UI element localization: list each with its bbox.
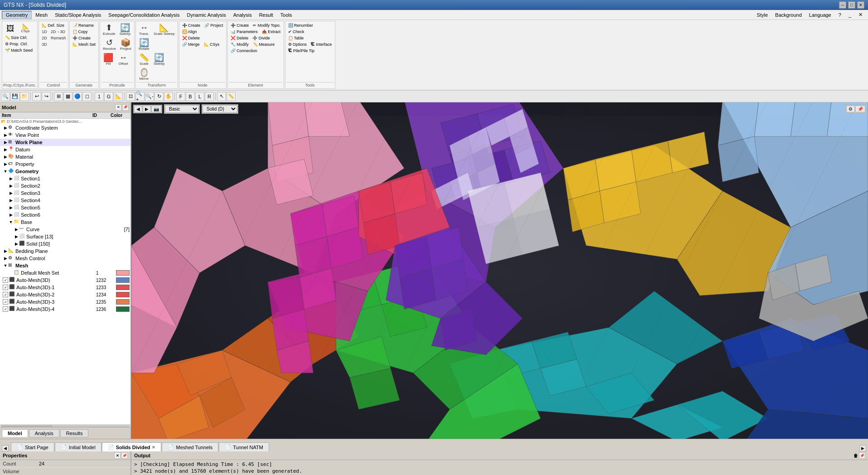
fill-button[interactable]: 🟥 Fill <box>101 52 116 67</box>
toolbar2-btn-12[interactable]: 📐 <box>114 92 123 101</box>
expand-section2[interactable]: ▶ <box>8 184 14 188</box>
toolbar2-btn-8[interactable]: 🔵 <box>73 92 82 101</box>
offset-button[interactable]: ↔ Offset <box>116 52 130 67</box>
tab-initial-model[interactable]: 📄 Initial Model <box>55 442 101 451</box>
tab-scroll-right[interactable]: ▶ <box>859 445 866 451</box>
toolbar2-zoom-out[interactable]: 🔍- <box>145 92 154 101</box>
2d-button[interactable]: 2D <box>40 35 49 41</box>
tree-section4[interactable]: ▶ ⬜ Section4 <box>0 197 130 204</box>
sweep-button[interactable]: 🔄 Sweep <box>118 22 132 37</box>
toolbar2-zoom-fit[interactable]: ⊡ <box>126 92 135 101</box>
menu-geometry[interactable]: Geometry <box>2 11 32 19</box>
props-close-button[interactable]: ✕ <box>114 452 121 459</box>
expand-base[interactable]: ▼ <box>8 220 14 224</box>
extrude-button[interactable]: ⬆ Extrude <box>101 22 117 37</box>
vp-camera-button[interactable]: 📷 <box>151 106 161 112</box>
vp-prev-button[interactable]: ◀ <box>134 106 142 112</box>
tree-solid[interactable]: ▶ ⬛ Solid [150] <box>0 240 130 247</box>
maximize-button[interactable]: □ <box>848 1 855 9</box>
remesh-button[interactable]: Remesh <box>50 35 67 41</box>
modify-elem-button[interactable]: 🔧 Modify <box>229 41 251 48</box>
align-button[interactable]: 🔀 Align <box>180 29 199 35</box>
tree-view-point[interactable]: ▶ 👁 View Point <box>0 131 130 139</box>
create-mesh-set-button[interactable]: ➕ Create <box>71 35 93 41</box>
toolbar2-btn-3[interactable]: 📁 <box>20 92 29 101</box>
tree-automesh-3[interactable]: ⬛ Auto-Mesh(3D)-3 1235 <box>0 298 130 305</box>
tree-section3[interactable]: ▶ ⬜ Section3 <box>0 189 130 197</box>
sweep2-button[interactable]: 🔄 Sweep <box>152 52 166 67</box>
toolbar2-btn-9[interactable]: ◻ <box>82 92 92 101</box>
divide-button[interactable]: ➗ Divide <box>251 35 272 41</box>
tree-material[interactable]: ▶ 🎨 Material <box>0 153 130 160</box>
toolbar2-measure2[interactable]: 📏 <box>227 92 236 101</box>
modify-topo-button[interactable]: ✏ Modify Topo. <box>251 22 282 29</box>
toolbar2-btn-5[interactable]: ↪ <box>42 92 51 101</box>
toolbar2-btn-1[interactable]: 🔍 <box>1 92 10 101</box>
props-pin-button[interactable]: 📌 <box>121 452 128 459</box>
3d-button[interactable]: 3D <box>40 41 49 48</box>
tree-automesh-4[interactable]: ⬛ Auto-Mesh(3D)-4 1236 <box>0 305 130 313</box>
scale-sweep-button[interactable]: 📐 Scale Sweep <box>152 22 177 37</box>
menu-analysis[interactable]: Analysis <box>230 11 256 19</box>
extract-button[interactable]: 📤 Extract <box>260 29 283 35</box>
expand-bedding[interactable]: ▶ <box>3 249 8 253</box>
toolbar2-btn-7[interactable]: ▦ <box>63 92 72 101</box>
delete-elem-button[interactable]: ❌ Delete <box>229 35 251 41</box>
rename-button[interactable]: 📝 Rename <box>71 22 96 29</box>
nav-tab-analysis[interactable]: Analysis <box>29 429 59 437</box>
cb-automesh-0[interactable] <box>3 277 8 283</box>
expand-coordinate[interactable]: ▶ <box>3 126 8 130</box>
tree-section1[interactable]: ▶ ⬜ Section1 <box>0 175 130 182</box>
toolbar2-btn-6[interactable]: ⊞ <box>54 92 63 101</box>
copy-button[interactable]: 📋 Copy <box>71 29 90 35</box>
expand-geometry[interactable]: ▼ <box>3 169 8 174</box>
output-pin-button[interactable]: 📌 <box>859 452 865 459</box>
expand-property[interactable]: ▶ <box>3 162 8 166</box>
tree-coordinate-system[interactable]: ▶ ⚙ Coordinate System <box>0 124 130 131</box>
menu-close2[interactable]: ✕ <box>855 11 866 19</box>
tree-work-plane[interactable]: ▶ ⊞ Work Plane <box>0 139 130 146</box>
toolbar2-zoom-in[interactable]: 🔍+ <box>135 92 145 101</box>
def-size-button[interactable]: 📐 Def. Size <box>40 22 66 29</box>
pile-tip-button[interactable]: 🏗 Pile/Pile Tip <box>286 48 317 54</box>
toolbar2-btn-2[interactable]: 💾 <box>10 92 19 101</box>
vp-next-button[interactable]: ▶ <box>143 106 151 112</box>
expand-datum[interactable]: ▶ <box>3 147 8 152</box>
viewport[interactable]: ◀ ▶ 📷 Basic Advanced Solid (D) Wireframe… <box>131 102 868 439</box>
menu-static-slope[interactable]: Static/Slope Analysis <box>51 11 105 19</box>
expand-workplane[interactable]: ▶ <box>3 140 8 145</box>
output-clear-btn[interactable]: 🗑 <box>854 453 858 458</box>
menu-tools[interactable]: Tools <box>277 11 296 19</box>
toolbar2-right[interactable]: R <box>205 92 214 101</box>
panel-close-button[interactable]: ✕ <box>115 104 121 111</box>
tab-scroll-left[interactable]: ◀ <box>2 445 9 451</box>
rotate-button[interactable]: 🔄 Rotate <box>137 37 151 52</box>
cb-automesh-1[interactable] <box>3 285 8 290</box>
menu-minimize2[interactable]: _ <box>845 11 855 19</box>
prop-ctrl-button[interactable]: ⚙ Prop. Ctrl. <box>3 41 30 47</box>
tab-tunnel-natm[interactable]: 📄 Tunnel NATM <box>219 442 269 451</box>
tab-meshed-tunnels[interactable]: 📄 Meshed Tunnels <box>162 442 218 451</box>
match-seed-button[interactable]: 🌱 Match Seed <box>3 47 34 53</box>
mesh-set-button[interactable]: 📐 Mesh Set <box>71 41 98 48</box>
expand-section5[interactable]: ▶ <box>8 205 14 210</box>
tab-solids-close[interactable]: ✕ <box>152 445 155 450</box>
csys-button[interactable]: 📐 CSys <box>18 22 33 34</box>
merge-button[interactable]: 🔗 Merge <box>180 41 202 48</box>
tree-section5[interactable]: ▶ ⬜ Section5 <box>0 204 130 211</box>
tab-solids-divided[interactable]: 📄 Solids Divided ✕ <box>102 442 162 451</box>
toolbar2-rotate[interactable]: ↻ <box>154 92 164 101</box>
material-property-button[interactable]: 🖼 <box>3 23 18 34</box>
nav-tab-model[interactable]: Model <box>2 429 28 437</box>
csys-node-button[interactable]: 📐 CSys <box>202 41 222 48</box>
menu-style[interactable]: Style <box>753 11 772 19</box>
cb-automesh-3[interactable] <box>3 299 8 305</box>
close-button[interactable]: ✕ <box>857 1 864 9</box>
project-node-button[interactable]: 🔗 Project <box>203 22 225 29</box>
1d-button[interactable]: 1D <box>40 29 49 35</box>
expand-mesh[interactable]: ▼ <box>3 263 8 268</box>
tree-datum[interactable]: ▶ 📍 Datum <box>0 146 130 153</box>
connection-button[interactable]: 🔗 Connection <box>229 48 259 54</box>
toolbar2-btn-10[interactable]: 1 <box>95 92 104 101</box>
tree-area[interactable]: 📂 D:\MIDAS\4.0 Presentations\3.0 Geotec.… <box>0 119 130 424</box>
